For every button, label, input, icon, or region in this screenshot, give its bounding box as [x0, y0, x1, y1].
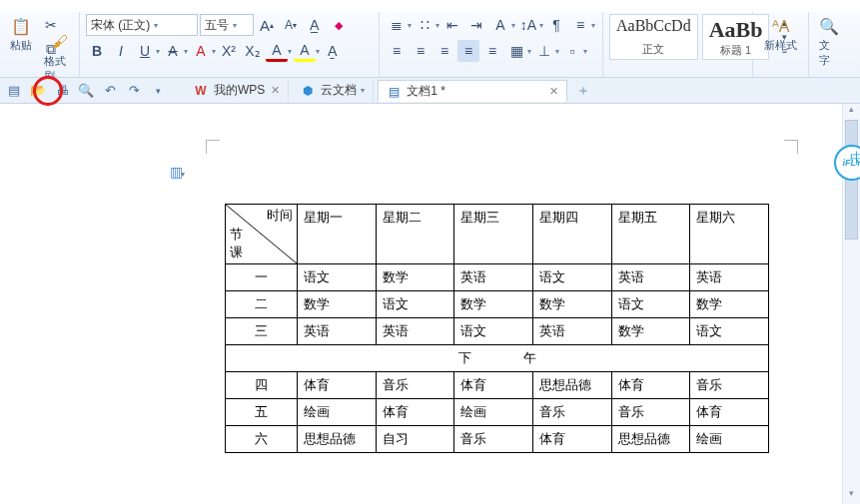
- qa-new-button[interactable]: ▤: [4, 81, 24, 101]
- borders-button[interactable]: ▫: [561, 40, 583, 62]
- note-icon[interactable]: ▥▾: [170, 164, 185, 180]
- menu-tab-insert[interactable]: 插入: [162, 0, 198, 4]
- day-header: 星期一: [298, 205, 377, 264]
- underline-button[interactable]: U: [134, 40, 156, 62]
- schedule-table: 时间 节 课 星期一 星期二 星期三 星期四 星期五 星期六 一语文数学英语语文…: [225, 204, 769, 453]
- font-color-button[interactable]: A: [266, 40, 288, 62]
- day-header: 星期六: [690, 205, 769, 264]
- close-icon[interactable]: ✕: [549, 85, 558, 98]
- wps-icon: W: [194, 84, 208, 98]
- bullet-list-button[interactable]: ≣: [386, 14, 408, 36]
- qa-redo-button[interactable]: ↷: [124, 81, 144, 101]
- text-highlight-button[interactable]: A: [294, 40, 316, 62]
- strike-button[interactable]: A: [162, 40, 184, 62]
- align-center-button[interactable]: ≡: [410, 40, 431, 62]
- qa-more-button[interactable]: ▾: [148, 81, 168, 101]
- char-border-button[interactable]: A̱: [322, 40, 344, 62]
- grow-font-button[interactable]: A▴: [256, 14, 278, 36]
- font-size-combo[interactable]: 五号▾: [200, 14, 254, 36]
- margin-mark: [206, 140, 220, 154]
- style-normal[interactable]: AaBbCcDd 正文: [609, 14, 698, 60]
- ribbon: 📋 粘贴 ✂ ⧉ 🖌 格式刷 宋体 (正文)▾ 五号▾ A▴ A▾ A̲ ◆: [0, 12, 860, 78]
- sort-button[interactable]: ↕A: [517, 14, 539, 36]
- menu-tab-layout[interactable]: 页面布局: [224, 0, 284, 4]
- cloud-icon: ⬢: [301, 84, 315, 98]
- doc-tab-cloud[interactable]: ⬢ 云文档 ▾: [293, 80, 374, 102]
- change-case-button[interactable]: A̲: [304, 14, 326, 36]
- text-effect-button[interactable]: A: [489, 14, 511, 36]
- menu-tab-dev[interactable]: 开发工具: [557, 0, 617, 4]
- new-style-icon: ᴬA: [771, 16, 791, 36]
- menu-tab-view[interactable]: 视图: [433, 0, 469, 4]
- add-tab-button[interactable]: ＋: [571, 82, 595, 100]
- table-row: 一语文数学英语语文英语英语: [226, 264, 769, 291]
- italic-button[interactable]: I: [110, 40, 132, 62]
- subscript-button[interactable]: X₂: [242, 40, 264, 62]
- highlight-button[interactable]: A: [190, 40, 212, 62]
- menu-tab-chapter[interactable]: 章节: [495, 0, 531, 4]
- align-left-button[interactable]: ≡: [386, 40, 408, 62]
- qa-undo-button[interactable]: ↶: [100, 81, 120, 101]
- menu-tab-start[interactable]: 开始: [100, 0, 136, 4]
- showmarks-button[interactable]: ¶: [545, 14, 567, 36]
- align-right-button[interactable]: ≡: [433, 40, 455, 62]
- font-name-combo[interactable]: 宋体 (正文)▾: [86, 14, 198, 36]
- chevron-down-icon[interactable]: ▾: [361, 86, 365, 95]
- line-spacing-button[interactable]: ≡: [569, 14, 591, 36]
- find-icon: 🔍: [819, 16, 839, 36]
- ime-indicator[interactable]: 中: [850, 150, 860, 168]
- paste-button[interactable]: 📋 粘贴: [6, 14, 36, 55]
- table-row: 四体育音乐体育思想品德体育音乐: [226, 372, 769, 399]
- table-row: 六思想品德自习音乐体育思想品德绘画: [226, 426, 769, 453]
- find-replace-button[interactable]: 🔍 文字: [815, 14, 843, 70]
- margin-mark: [784, 140, 798, 154]
- clipboard-icon: 📋: [11, 16, 31, 36]
- indent-button[interactable]: ⇥: [465, 14, 487, 36]
- scroll-down-button[interactable]: ▾: [843, 488, 860, 504]
- superscript-button[interactable]: X²: [218, 40, 240, 62]
- doc-tab-doc1[interactable]: ▤ 文档1 * ✕: [378, 80, 567, 102]
- table-row: 二数学语文数学数学语文数学: [226, 291, 769, 318]
- outdent-button[interactable]: ⇤: [441, 14, 463, 36]
- doc-tab-mywps[interactable]: W 我的WPS ✕: [186, 80, 289, 102]
- table-row: 下 午: [226, 345, 769, 372]
- document-area: ▥▾ 时间 节 课 星期一 星期二 星期三 星期四 星期五 星期六 一语文数学英…: [0, 104, 860, 504]
- tabstop-button[interactable]: ⊥: [533, 40, 555, 62]
- quick-access-row: ▤ 📂 🖶 🔍 ↶ ↷ ▾ W 我的WPS ✕ ⬢ 云文档 ▾ ▤ 文档1 * …: [0, 78, 860, 104]
- day-header: 星期四: [532, 205, 611, 264]
- menu-tab-review[interactable]: 审阅: [372, 0, 408, 4]
- table-row: 五绘画体育绘画音乐音乐体育: [226, 399, 769, 426]
- clear-format-button[interactable]: ◆: [328, 14, 350, 36]
- day-header: 星期二: [376, 205, 454, 264]
- close-icon[interactable]: ✕: [271, 84, 280, 97]
- bold-button[interactable]: B: [86, 40, 108, 62]
- qa-print-button[interactable]: 🖶: [52, 81, 72, 101]
- table-row: 时间 节 课 星期一 星期二 星期三 星期四 星期五 星期六: [226, 205, 769, 264]
- menu-tab-ref[interactable]: 引用: [310, 0, 346, 4]
- align-justify-button[interactable]: ≡: [457, 40, 479, 62]
- shrink-font-button[interactable]: A▾: [280, 14, 302, 36]
- doc-icon: ▤: [387, 85, 401, 99]
- menu-bar: 开始 插入 页面布局 引用 审阅 视图 章节 开发工具 云服务: [0, 0, 860, 12]
- new-style-button[interactable]: ᴬA 新样式: [759, 14, 802, 55]
- qa-open-button[interactable]: 📂: [28, 81, 48, 101]
- shading-button[interactable]: ▦: [505, 40, 527, 62]
- table-row: 三英语英语语文英语数学语文: [226, 318, 769, 345]
- day-header: 星期五: [611, 205, 690, 264]
- qa-preview-button[interactable]: 🔍: [76, 81, 96, 101]
- diag-header-cell: 时间 节 课: [226, 205, 298, 264]
- brush-icon: 🖌: [50, 32, 70, 52]
- day-header: 星期三: [454, 205, 533, 264]
- distribute-button[interactable]: ≡: [481, 40, 503, 62]
- menu-tab-cloud[interactable]: 云服务: [643, 0, 691, 4]
- scroll-up-button[interactable]: ▴: [843, 104, 860, 120]
- number-list-button[interactable]: ∷: [414, 14, 435, 36]
